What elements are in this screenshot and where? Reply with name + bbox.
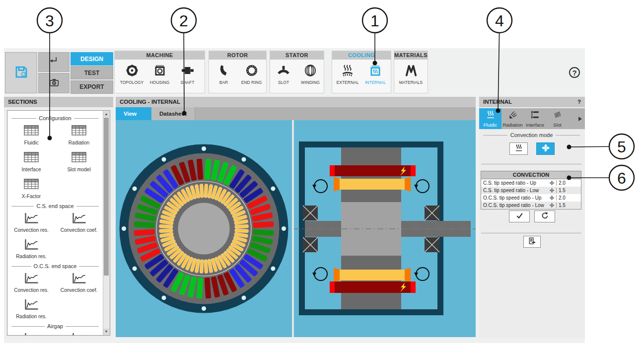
scroll-thumb[interactable] <box>104 118 109 276</box>
camera-icon <box>49 77 60 90</box>
section-item-radiation-res[interactable]: Radiation res. <box>7 238 55 260</box>
ribbon-item-label: INTERNAL <box>365 80 386 85</box>
cooling-view-canvas <box>116 120 476 337</box>
natural-convection-button[interactable] <box>509 142 528 155</box>
convection-table-title: CONVECTION <box>481 171 581 179</box>
ribbon-item-housing[interactable]: HOUSING <box>146 63 174 85</box>
section-item-label: Convection res. <box>14 227 48 233</box>
ribbon-item-external[interactable]: EXTERNAL <box>334 63 361 85</box>
export-button[interactable] <box>523 236 541 248</box>
main-tab-strip: ViewDatasheet <box>116 107 476 120</box>
convection-mode-group-label: Convection mode <box>483 132 580 138</box>
panel-tab-interface[interactable]: Interface <box>524 108 546 129</box>
radial-drawing <box>116 120 292 337</box>
ribbon-item-internal[interactable]: INTERNAL <box>361 63 389 85</box>
table-icon <box>72 124 86 139</box>
section-item-convection-coef[interactable]: Convection coef. <box>55 212 103 233</box>
chart-icon <box>24 272 39 286</box>
ribbon-item-label: SHAFT <box>181 80 195 85</box>
section-item-x-factor[interactable]: X-Factor <box>7 178 55 200</box>
scroll-down-arrow[interactable]: ▼ <box>103 329 109 335</box>
sections-scrollbar[interactable]: ▲ ▼ <box>103 111 110 335</box>
snapshot-button[interactable] <box>38 73 70 93</box>
ribbon-group-machine: MACHINETOPOLOGYHOUSINGSHAFT <box>114 51 205 93</box>
view-tab-view[interactable]: View <box>116 107 151 120</box>
reset-button[interactable] <box>534 210 555 222</box>
chart-icon <box>24 298 39 312</box>
convection-mode-buttons <box>479 142 585 155</box>
slothatch-icon <box>553 110 563 122</box>
axial-cross-section-view <box>294 120 476 337</box>
radiation-icon <box>508 110 518 122</box>
section-group-items: FluidicRadiationInterfaceSlot modelX-Fac… <box>7 124 103 200</box>
ribbon-item-bar[interactable]: BAR <box>210 63 238 85</box>
scroll-up-arrow[interactable]: ▲ <box>103 111 109 117</box>
ribbon-item-materials[interactable]: MATERIALS <box>397 63 425 85</box>
section-item-airgap[interactable] <box>55 332 103 336</box>
ribbon-item-label: TOPOLOGY <box>120 80 144 85</box>
ribbon-group-title: ROTOR <box>209 51 266 60</box>
section-item-label: Radiation res. <box>16 254 47 260</box>
svg-text:5: 5 <box>617 138 626 156</box>
shaft-icon <box>181 63 194 78</box>
parameter-value-input[interactable]: 2.0 <box>556 180 581 186</box>
section-item-radiation[interactable]: Radiation <box>55 124 103 146</box>
section-item-label: Radiation <box>69 140 89 146</box>
divider <box>481 233 581 233</box>
ribbon-item-label: MATERIALS <box>399 80 423 85</box>
panel-tab-label: Interface <box>526 122 544 128</box>
mode-tab-test[interactable]: TEST <box>71 66 113 79</box>
check-icon <box>515 211 524 222</box>
table-icon <box>24 178 39 192</box>
view-tab-datasheet[interactable]: Datasheet <box>151 107 195 120</box>
ribbon-item-topology[interactable]: TOPOLOGY <box>118 63 146 85</box>
fan-icon <box>549 188 556 193</box>
panel-help-icon[interactable]: ? <box>577 97 581 107</box>
section-item-label: Convection res. <box>14 287 48 293</box>
ribbon-item-slot[interactable]: SLOT <box>270 63 297 85</box>
reset-icon <box>541 211 549 222</box>
section-item-fluidic[interactable]: Fluidic <box>7 124 55 146</box>
section-item-interface[interactable]: Interface <box>7 151 55 173</box>
section-item-convection-coef[interactable]: Convection coef. <box>55 272 103 293</box>
mode-tab-design[interactable]: DESIGN <box>71 52 113 66</box>
ribbon-item-shaft[interactable]: SHAFT <box>174 63 202 85</box>
ribbon-item-winding[interactable]: WINDING <box>297 63 324 85</box>
ribbon-item-label: EXTERNAL <box>337 80 359 85</box>
section-item-slot-model[interactable]: Slot model <box>55 151 103 173</box>
chart-icon <box>24 212 39 226</box>
apply-button[interactable] <box>509 210 530 222</box>
divider <box>481 164 581 164</box>
panel-tab-fluidic[interactable]: Fluidic <box>479 108 501 129</box>
parameter-value-input[interactable]: 1.5 <box>556 203 581 208</box>
section-item-convection-res[interactable]: Convection res. <box>7 212 55 233</box>
ribbon-group-title: MATERIALS <box>394 51 428 60</box>
chart-icon <box>72 272 86 286</box>
forced-convection-button[interactable] <box>536 142 555 155</box>
ribbon-group-stator: STATORSLOTWINDING <box>270 51 324 93</box>
section-item-airgap[interactable] <box>7 332 55 336</box>
undo-button[interactable] <box>38 52 70 72</box>
internal-panel-title: INTERNAL <box>483 97 512 107</box>
housing-icon <box>153 63 166 78</box>
stator-end-winding-top <box>330 165 416 176</box>
save-icon <box>14 65 29 81</box>
section-item-radiation-res[interactable]: Radiation res. <box>7 298 55 320</box>
help-icon[interactable]: ? <box>569 67 580 78</box>
mode-tab-export[interactable]: EXPORT <box>71 80 113 94</box>
panel-tab-slot[interactable]: Slot <box>546 108 569 129</box>
panel-tab-radiation[interactable]: Radiation <box>501 108 524 129</box>
section-item-convection-res[interactable]: Convection res. <box>7 272 55 293</box>
internal-icon <box>369 63 382 78</box>
ribbon-group-rotor: ROTORBAREND RING <box>209 51 267 93</box>
section-group-items: Convection res.Convection coef.Radiation… <box>7 272 103 320</box>
parameter-value-input[interactable]: 1.5 <box>556 188 581 193</box>
more-tabs-arrow-icon[interactable] <box>578 117 582 121</box>
save-button[interactable] <box>5 52 37 93</box>
convection-table-row: O.C.S. tip speed ratio - Low1.5 <box>481 202 581 209</box>
ribbon-item-end-ring[interactable]: END RING <box>238 63 266 85</box>
parameter-value-input[interactable]: 2.0 <box>556 195 581 201</box>
table-icon <box>24 124 39 139</box>
convection-table-row: O.C.S. tip speed ratio - Up2.0 <box>481 194 581 202</box>
svg-text:3: 3 <box>45 12 54 30</box>
